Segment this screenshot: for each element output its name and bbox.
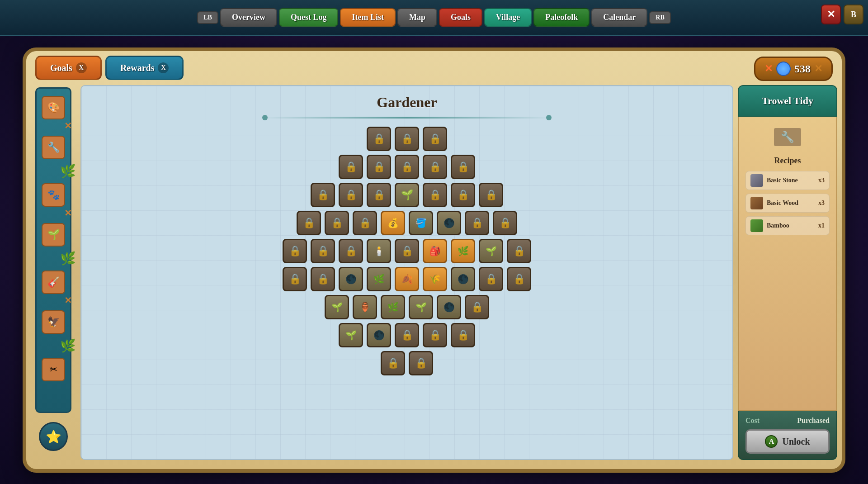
unlock-button[interactable]: A Unlock [745,429,830,454]
skill-node[interactable]: 🔒 [479,183,503,207]
tab-goals-label: Goals [50,63,72,73]
nav-village[interactable]: Village [484,8,532,27]
skill-node[interactable]: 🌱 [479,239,503,263]
skill-node[interactable]: 🔒 [423,183,447,207]
skill-node-active[interactable]: 🍂 [395,267,419,291]
skill-node[interactable]: 🔒 [395,239,419,263]
skill-node[interactable]: 🔒 [283,239,307,263]
skill-node[interactable]: 🔒 [479,267,503,291]
skill-node[interactable]: 🔒 [311,183,335,207]
lb-bumper[interactable]: LB [197,11,218,24]
connector-line [262,117,552,119]
skill-node[interactable]: 🔒 [395,155,419,179]
skill-row-1: 🔒 🔒 🔒 🔒 🔒 [258,155,556,179]
skill-node[interactable]: 🔒 [367,183,391,207]
skill-node[interactable]: 🔒 [395,323,419,347]
skill-node[interactable]: 🔒 [339,155,363,179]
recipe-item-stone: Basic Stone x3 [745,171,830,190]
skill-node[interactable]: 🔒 [311,239,335,263]
right-panel-body: 🔧 Recipes Basic Stone x3 Basic Wood x3 B… [738,117,837,411]
sidebar-item-plant[interactable]: 🌱 [39,220,68,249]
skill-node[interactable]: 🔒 [451,323,475,347]
nav-item-list[interactable]: Item List [340,8,396,27]
stone-icon [750,174,763,187]
sidebar-item-scissors[interactable]: ✂ [39,355,68,384]
skill-node[interactable]: 🌿 [381,295,405,319]
skill-node[interactable]: 🌑 [367,323,391,347]
skill-node[interactable]: 🔒 [381,351,405,375]
skill-node[interactable]: 🔒 [507,267,531,291]
skill-node[interactable]: 🔒 [325,211,349,235]
skill-node[interactable]: 🌑 [437,211,461,235]
skill-node[interactable]: 🔒 [507,239,531,263]
skill-node-active[interactable]: 💰 [381,211,405,235]
tab-rewards[interactable]: Rewards X [105,56,184,80]
nav-quest-log[interactable]: Quest Log [279,8,339,27]
recipe-wood-name: Basic Wood [767,199,815,207]
panel-icon-area: 🔧 [745,123,830,151]
a-badge: A [765,435,778,448]
skill-node-active[interactable]: 🌾 [423,267,447,291]
tab-goals[interactable]: Goals X [35,56,102,80]
skill-node[interactable]: 🏺 [353,295,377,319]
skill-node[interactable]: 🔒 [311,267,335,291]
nav-calendar[interactable]: Calendar [591,8,647,27]
skill-node[interactable]: 🔒 [339,239,363,263]
skill-row-4: 🔒 🔒 🔒 🕯️ 🔒 🎒 🌿 🌱 🔒 [258,239,556,263]
recipe-item-wood: Basic Wood x3 [745,194,830,213]
skill-node[interactable]: 🔒 [493,211,517,235]
skill-node[interactable]: 🌱 [409,295,433,319]
nav-goals[interactable]: Goals [439,8,482,27]
skill-node[interactable]: 🌑 [437,295,461,319]
recipe-stone-count: x3 [818,177,825,184]
nav-map[interactable]: Map [397,8,437,27]
close-button[interactable]: ✕ [821,5,841,24]
skill-row-3: 🔒 🔒 🔒 💰 🪣 🌑 🔒 🔒 [258,211,556,235]
recipe-bamboo-count: x1 [818,222,825,229]
skill-node[interactable]: 🔒 [367,127,391,151]
sidebar-item-music[interactable]: 🎸 [39,268,68,297]
skill-node[interactable]: 🔒 [465,295,489,319]
skill-node-active[interactable]: 🌿 [451,239,475,263]
skill-node[interactable]: 🔒 [423,323,447,347]
sidebar-item-craft[interactable]: 🔧 [39,133,68,162]
skill-node-active[interactable]: 🎒 [423,239,447,263]
item-icon: 🔧 [774,128,801,146]
tab-goals-close[interactable]: X [76,62,87,73]
currency-amount: 538 [794,63,811,75]
skill-node[interactable]: 🔒 [283,267,307,291]
skill-node[interactable]: 🔒 [465,211,489,235]
nav-items-container: LB Overview Quest Log Item List Map Goal… [197,8,670,27]
rb-bumper[interactable]: RB [649,11,670,24]
b-button[interactable]: B [844,5,863,24]
skill-node[interactable]: 🔒 [423,155,447,179]
sidebar-scroll: 🎨 ✕ 🔧 🌿 🐾 ✕ 🌱 🌿 🎸 ✕ [35,87,71,413]
skill-node[interactable]: 🔒 [409,351,433,375]
skill-node[interactable]: 🔒 [339,183,363,207]
right-panel-footer: Cost Purchased A Unlock [738,411,837,460]
nav-paleofolk[interactable]: Paleofolk [533,8,590,27]
skill-node-plant[interactable]: 🌱 [395,183,419,207]
sidebar-star-button[interactable]: ⭐ [39,422,68,451]
sidebar-item-swim[interactable]: 🦅 [39,308,68,337]
skill-node[interactable]: 🔒 [297,211,321,235]
main-content: Goals X Rewards X ✕ 538 ✕ 🎨 ✕ 🔧 [0,36,868,484]
sidebar-item-creature[interactable]: 🐾 [39,180,68,209]
skill-node[interactable]: 🔒 [423,127,447,151]
skill-node[interactable]: 🔒 [451,155,475,179]
skill-node[interactable]: 🌑 [451,267,475,291]
skill-node[interactable]: 🔒 [395,127,419,151]
skill-node[interactable]: 🔒 [353,211,377,235]
parchment: Goals X Rewards X ✕ 538 ✕ 🎨 ✕ 🔧 [23,47,845,473]
skill-node[interactable]: 🌱 [325,295,349,319]
skill-node[interactable]: 🔒 [451,183,475,207]
skill-node[interactable]: 🔒 [367,155,391,179]
skill-node[interactable]: 🌑 [339,267,363,291]
tab-rewards-close[interactable]: X [158,62,169,73]
skill-node-candle[interactable]: 🕯️ [367,239,391,263]
nav-overview[interactable]: Overview [220,8,277,27]
sidebar-item-palette[interactable]: 🎨 [39,93,68,122]
skill-node[interactable]: 🪣 [409,211,433,235]
skill-node[interactable]: 🌱 [339,323,363,347]
skill-node[interactable]: 🌿 [367,267,391,291]
